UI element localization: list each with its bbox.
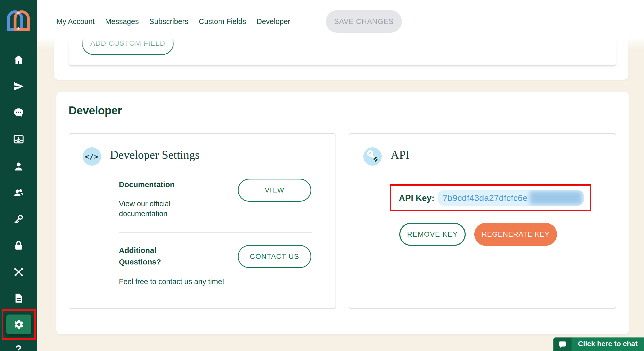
sidebar-item-inbox[interactable] xyxy=(0,126,37,152)
divider xyxy=(119,232,312,233)
sidebar-item-contacts[interactable] xyxy=(0,180,37,206)
api-key-annotation-box: API Key: 7b9cdf43da27dfcfc6e xyxy=(390,184,591,211)
chat-bubble-icon xyxy=(553,337,572,351)
chat-widget-label: Click here to chat xyxy=(572,337,644,351)
app-root: ADD CUSTOM FIELD Developer </> Developer… xyxy=(0,0,644,351)
file-lines-icon xyxy=(13,293,24,304)
card-title: API xyxy=(391,148,410,162)
key-icon xyxy=(363,147,382,166)
sidebar-item-api-key[interactable] xyxy=(0,206,37,232)
developer-section: Developer </> Developer Settings Documen… xyxy=(56,92,629,334)
home-icon xyxy=(13,54,24,65)
view-button[interactable]: VIEW xyxy=(238,179,311,202)
api-card: API API Key: 7b9cdf43da27dfcfc6e REMOVE … xyxy=(349,133,616,309)
sidebar-item-contact[interactable] xyxy=(0,153,37,180)
nav-developer[interactable]: Developer xyxy=(257,17,290,26)
remove-key-button[interactable]: REMOVE KEY xyxy=(399,223,466,246)
sidebar: ? xyxy=(0,0,37,351)
sidebar-item-messages[interactable] xyxy=(0,73,37,100)
settings-annotation-box xyxy=(2,309,36,340)
nav-my-account[interactable]: My Account xyxy=(56,17,95,26)
sidebar-item-settings[interactable] xyxy=(6,314,31,334)
questions-label: Additional Questions? xyxy=(119,245,190,268)
network-nodes-icon xyxy=(13,266,24,277)
regenerate-key-button[interactable]: REGENERATE KEY xyxy=(474,223,557,246)
sidebar-item-chat[interactable] xyxy=(0,99,37,126)
chat-dots-icon xyxy=(13,107,24,118)
api-key-value: 7b9cdf43da27dfcfc6e xyxy=(443,193,528,203)
inbox-in-icon xyxy=(13,134,24,144)
nav-custom-fields[interactable]: Custom Fields xyxy=(199,17,246,26)
sidebar-item-home[interactable] xyxy=(0,46,37,73)
card-title: Developer Settings xyxy=(110,148,200,162)
api-key-value-field[interactable]: 7b9cdf43da27dfcfc6e xyxy=(438,190,584,206)
nav-messages[interactable]: Messages xyxy=(105,17,139,26)
sidebar-item-security[interactable] xyxy=(0,232,37,259)
questions-description: Feel free to contact us any time! xyxy=(119,277,249,287)
page-title: Developer xyxy=(69,104,122,117)
top-header: My Account Messages Subscribers Custom F… xyxy=(0,0,644,50)
chat-widget[interactable]: Click here to chat xyxy=(553,337,644,351)
sidebar-item-help[interactable]: ? xyxy=(0,343,37,351)
users-icon xyxy=(13,188,24,198)
user-icon xyxy=(13,161,24,172)
top-nav: My Account Messages Subscribers Custom F… xyxy=(56,10,290,33)
gear-icon xyxy=(14,319,24,330)
api-key-label: API Key: xyxy=(399,186,435,210)
save-changes-button[interactable]: SAVE CHANGES xyxy=(326,10,402,33)
sidebar-item-documents[interactable] xyxy=(0,285,37,311)
sidebar-item-integrations[interactable] xyxy=(0,258,37,285)
paper-plane-icon xyxy=(13,81,24,92)
key-icon xyxy=(13,214,24,224)
documentation-description: View our official documentation xyxy=(119,199,213,219)
nav-subscribers[interactable]: Subscribers xyxy=(149,17,188,26)
lock-icon xyxy=(13,240,24,251)
api-key-masked-segment xyxy=(530,191,582,204)
app-logo[interactable] xyxy=(6,8,31,32)
documentation-label: Documentation xyxy=(119,179,175,190)
contact-us-button[interactable]: CONTACT US xyxy=(238,245,311,268)
code-icon: </> xyxy=(83,147,101,166)
developer-settings-card: </> Developer Settings Documentation VIE… xyxy=(69,133,336,309)
